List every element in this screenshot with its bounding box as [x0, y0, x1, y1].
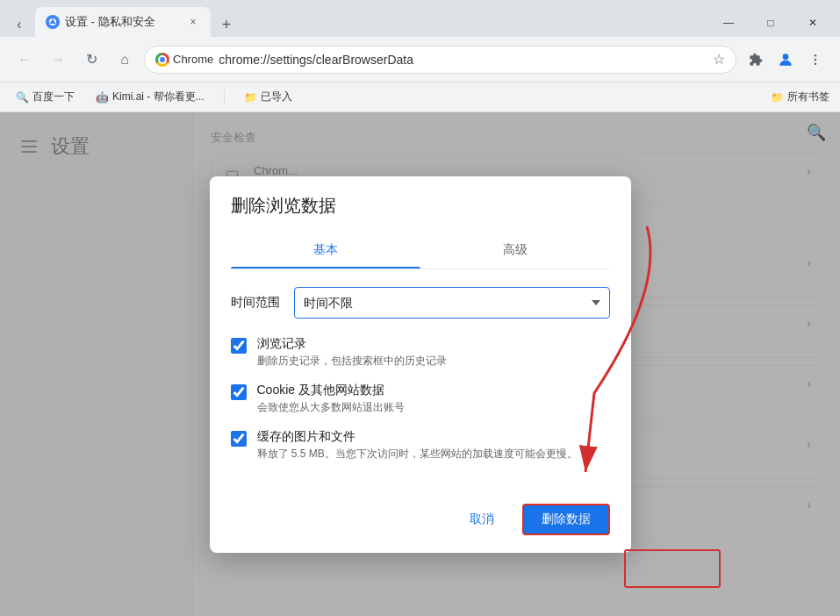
- checkbox-browsing-history-content: 浏览记录 删除历史记录，包括搜索框中的历史记录: [257, 336, 610, 369]
- modal-tabs: 基本 高级: [231, 232, 610, 269]
- browser-tab[interactable]: 设置 - 隐私和安全 ×: [35, 7, 211, 37]
- bookmark-star-icon[interactable]: ☆: [713, 51, 725, 68]
- cancel-button[interactable]: 取消: [452, 504, 512, 535]
- tab-favicon: [46, 15, 60, 29]
- close-button[interactable]: ✕: [793, 9, 833, 37]
- forward-button[interactable]: →: [44, 46, 72, 74]
- all-bookmarks[interactable]: 📁 所有书签: [771, 90, 829, 104]
- tab-basic[interactable]: 基本: [231, 232, 420, 269]
- bookmark-separator: [224, 90, 225, 105]
- modal-footer: 取消 删除数据: [210, 493, 631, 553]
- kimi-label: Kimi.ai - 帮你看更...: [112, 90, 205, 104]
- checkbox-cookies-desc: 会致使您从大多数网站退出账号: [257, 400, 610, 415]
- modal-body: 时间范围 最近一小时 最近一天 最近一周 最近四周 时间不限 浏览记录: [210, 269, 631, 493]
- baidu-label: 百度一下: [32, 90, 75, 104]
- checkbox-cache-desc: 释放了 5.5 MB。当您下次访问时，某些网站的加载速度可能会更慢。: [257, 447, 610, 462]
- bookmark-kimi[interactable]: 🤖 Kimi.ai - 帮你看更...: [90, 88, 210, 106]
- tab-close-btn[interactable]: ×: [186, 15, 200, 29]
- address-bar: ← → ↻ ⌂ Chrome chrome://settings/clearBr…: [0, 37, 840, 82]
- checkbox-browsing-history-input[interactable]: [231, 338, 247, 354]
- refresh-button[interactable]: ↻: [77, 46, 105, 74]
- page-content: 设置 安全检查 🛡 Chrom... 内容要... › 隐: [0, 112, 840, 616]
- checkbox-cache: 缓存的图片和文件 释放了 5.5 MB。当您下次访问时，某些网站的加载速度可能会…: [231, 429, 610, 462]
- checkbox-cache-label: 缓存的图片和文件: [257, 429, 610, 445]
- address-favicon: Chrome: [155, 53, 213, 67]
- checkbox-cache-content: 缓存的图片和文件 释放了 5.5 MB。当您下次访问时，某些网站的加载速度可能会…: [257, 429, 610, 462]
- profile-icon[interactable]: [772, 46, 800, 74]
- chrome-logo-icon: [155, 53, 169, 67]
- back-button[interactable]: ←: [11, 46, 39, 74]
- checkbox-browsing-history-label: 浏览记录: [257, 336, 610, 352]
- bookmark-baidu[interactable]: 🔍 百度一下: [11, 88, 80, 106]
- tab-nav-left[interactable]: ‹: [7, 12, 32, 37]
- checkbox-browsing-history: 浏览记录 删除历史记录，包括搜索框中的历史记录: [231, 336, 610, 369]
- checkbox-cookies-label: Cookie 及其他网站数据: [257, 383, 610, 398]
- bookmarks-bar: 🔍 百度一下 🤖 Kimi.ai - 帮你看更... 📁 已导入 📁 所有书签: [0, 82, 840, 112]
- checkbox-browsing-history-desc: 删除历史记录，包括搜索框中的历史记录: [257, 354, 610, 369]
- maximize-button[interactable]: □: [750, 9, 791, 37]
- browser-window: ‹ 设置 - 隐私和安全 × + — □ ✕ ← → ↻ ⌂ Chrome: [0, 0, 840, 616]
- menu-icon[interactable]: [801, 46, 829, 74]
- extensions-icon[interactable]: [742, 46, 770, 74]
- tab-title: 设置 - 隐私和安全: [65, 14, 181, 30]
- checkbox-cookies-content: Cookie 及其他网站数据 会致使您从大多数网站退出账号: [257, 383, 610, 415]
- home-button[interactable]: ⌂: [111, 46, 139, 74]
- svg-point-1: [783, 54, 789, 60]
- clear-browser-data-modal: 删除浏览数据 基本 高级 时间范围 最近一小时 最近一天 最近一周 最近四周: [210, 176, 631, 553]
- address-input[interactable]: Chrome chrome://settings/clearBrowserDat…: [144, 46, 736, 74]
- checkbox-cache-input[interactable]: [231, 431, 247, 447]
- bookmark-imported[interactable]: 📁 已导入: [239, 88, 298, 106]
- all-bookmarks-folder-icon: 📁: [771, 91, 784, 104]
- minimize-button[interactable]: —: [708, 9, 749, 37]
- modal-backdrop: 删除浏览数据 基本 高级 时间范围 最近一小时 最近一天 最近一周 最近四周: [0, 112, 840, 616]
- time-range-select[interactable]: 最近一小时 最近一天 最近一周 最近四周 时间不限: [294, 287, 610, 319]
- brand-label: Chrome: [173, 53, 213, 66]
- kimi-icon: 🤖: [96, 91, 109, 104]
- svg-point-2: [815, 54, 816, 56]
- checkbox-cookies-input[interactable]: [231, 384, 247, 400]
- imported-label: 已导入: [261, 90, 292, 104]
- time-range-label: 时间范围: [231, 295, 280, 311]
- tab-bar: ‹ 设置 - 隐私和安全 × + — □ ✕: [0, 0, 840, 37]
- all-bookmarks-label: 所有书签: [787, 90, 829, 104]
- url-text: chrome://settings/clearBrowserData: [219, 53, 707, 67]
- svg-point-3: [815, 58, 816, 60]
- delete-data-button[interactable]: 删除数据: [522, 504, 610, 535]
- tab-advanced[interactable]: 高级: [420, 232, 610, 269]
- modal-header: 删除浏览数据 基本 高级: [210, 176, 631, 269]
- address-actions: [742, 46, 829, 74]
- time-range-row: 时间范围 最近一小时 最近一天 最近一周 最近四周 时间不限: [231, 287, 610, 319]
- new-tab-button[interactable]: +: [214, 12, 239, 37]
- modal-title: 删除浏览数据: [231, 194, 610, 218]
- folder-icon: 📁: [244, 91, 257, 104]
- window-controls: — □ ✕: [708, 9, 833, 37]
- baidu-icon: 🔍: [16, 91, 29, 104]
- svg-point-4: [815, 62, 816, 64]
- checkbox-cookies: Cookie 及其他网站数据 会致使您从大多数网站退出账号: [231, 383, 610, 415]
